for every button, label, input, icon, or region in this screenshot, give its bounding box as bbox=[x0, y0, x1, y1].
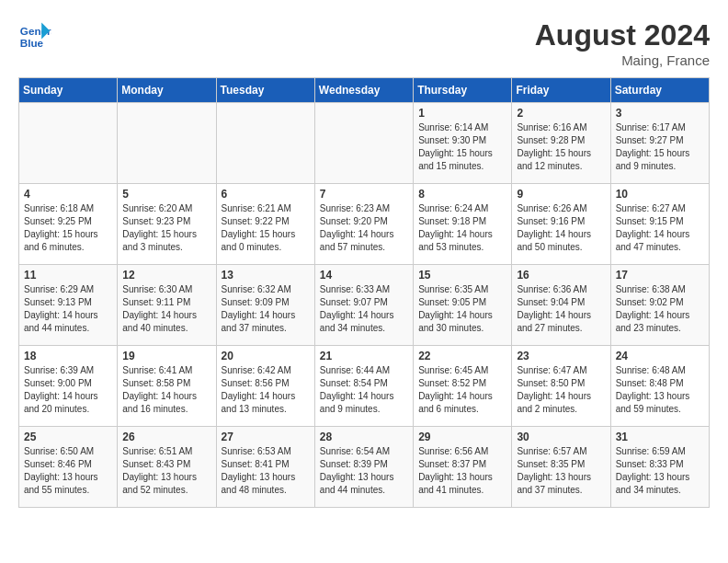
day-info: Sunrise: 6:16 AMSunset: 9:28 PMDaylight:… bbox=[517, 121, 605, 173]
day-number: 30 bbox=[517, 431, 605, 443]
day-number: 25 bbox=[24, 431, 112, 443]
day-info: Sunrise: 6:53 AMSunset: 8:41 PMDaylight:… bbox=[222, 445, 310, 497]
day-number: 20 bbox=[222, 350, 310, 362]
page-header: General Blue August 2024 Maing, France bbox=[18, 18, 710, 68]
calendar-cell: 25Sunrise: 6:50 AMSunset: 8:46 PMDayligh… bbox=[19, 427, 118, 508]
day-info: Sunrise: 6:20 AMSunset: 9:23 PMDaylight:… bbox=[122, 202, 210, 254]
day-info: Sunrise: 6:24 AMSunset: 9:18 PMDaylight:… bbox=[418, 202, 506, 254]
weekday-header-thursday: Thursday bbox=[414, 78, 512, 103]
logo-icon: General Blue bbox=[18, 18, 51, 52]
day-number: 11 bbox=[24, 269, 112, 282]
day-info: Sunrise: 6:29 AMSunset: 9:13 PMDaylight:… bbox=[24, 283, 112, 335]
day-number: 26 bbox=[122, 431, 210, 443]
day-number: 7 bbox=[320, 188, 408, 201]
day-info: Sunrise: 6:23 AMSunset: 9:20 PMDaylight:… bbox=[320, 202, 408, 254]
calendar-cell: 10Sunrise: 6:27 AMSunset: 9:15 PMDayligh… bbox=[610, 184, 709, 265]
calendar-cell bbox=[216, 103, 314, 184]
calendar-cell: 30Sunrise: 6:57 AMSunset: 8:35 PMDayligh… bbox=[512, 427, 610, 508]
calendar-cell: 26Sunrise: 6:51 AMSunset: 8:43 PMDayligh… bbox=[118, 427, 216, 508]
calendar-cell: 5Sunrise: 6:20 AMSunset: 9:23 PMDaylight… bbox=[118, 184, 216, 265]
day-info: Sunrise: 6:51 AMSunset: 8:43 PMDaylight:… bbox=[122, 445, 210, 497]
calendar-cell bbox=[314, 103, 413, 184]
day-number: 5 bbox=[122, 188, 210, 201]
day-number: 4 bbox=[24, 188, 112, 201]
day-info: Sunrise: 6:18 AMSunset: 9:25 PMDaylight:… bbox=[24, 202, 112, 254]
weekday-header-sunday: Sunday bbox=[19, 78, 118, 103]
calendar-cell: 23Sunrise: 6:47 AMSunset: 8:50 PMDayligh… bbox=[512, 346, 610, 427]
calendar-cell: 17Sunrise: 6:38 AMSunset: 9:02 PMDayligh… bbox=[610, 265, 709, 346]
day-number: 31 bbox=[616, 431, 704, 443]
day-number: 2 bbox=[517, 107, 605, 120]
calendar-cell: 31Sunrise: 6:59 AMSunset: 8:33 PMDayligh… bbox=[610, 427, 709, 508]
day-number: 19 bbox=[122, 350, 210, 362]
day-info: Sunrise: 6:57 AMSunset: 8:35 PMDaylight:… bbox=[517, 445, 605, 497]
day-info: Sunrise: 6:14 AMSunset: 9:30 PMDaylight:… bbox=[418, 121, 506, 173]
calendar-cell: 15Sunrise: 6:35 AMSunset: 9:05 PMDayligh… bbox=[414, 265, 512, 346]
day-number: 9 bbox=[517, 188, 605, 201]
day-info: Sunrise: 6:48 AMSunset: 8:48 PMDaylight:… bbox=[616, 364, 704, 416]
calendar-cell: 11Sunrise: 6:29 AMSunset: 9:13 PMDayligh… bbox=[19, 265, 118, 346]
day-number: 22 bbox=[418, 350, 506, 362]
calendar-cell: 3Sunrise: 6:17 AMSunset: 9:27 PMDaylight… bbox=[610, 103, 709, 184]
weekday-header-tuesday: Tuesday bbox=[216, 78, 314, 103]
svg-text:Blue: Blue bbox=[20, 37, 44, 49]
calendar-cell: 6Sunrise: 6:21 AMSunset: 9:22 PMDaylight… bbox=[216, 184, 314, 265]
day-number: 23 bbox=[517, 350, 605, 362]
day-number: 10 bbox=[616, 188, 704, 201]
calendar-cell: 28Sunrise: 6:54 AMSunset: 8:39 PMDayligh… bbox=[314, 427, 413, 508]
calendar-cell: 16Sunrise: 6:36 AMSunset: 9:04 PMDayligh… bbox=[512, 265, 610, 346]
day-info: Sunrise: 6:38 AMSunset: 9:02 PMDaylight:… bbox=[616, 283, 704, 335]
day-info: Sunrise: 6:35 AMSunset: 9:05 PMDaylight:… bbox=[418, 283, 506, 335]
day-number: 18 bbox=[24, 350, 112, 362]
weekday-header-monday: Monday bbox=[118, 78, 216, 103]
day-info: Sunrise: 6:32 AMSunset: 9:09 PMDaylight:… bbox=[222, 283, 310, 335]
day-info: Sunrise: 6:30 AMSunset: 9:11 PMDaylight:… bbox=[122, 283, 210, 335]
calendar-cell: 18Sunrise: 6:39 AMSunset: 9:00 PMDayligh… bbox=[19, 346, 118, 427]
location: Maing, France bbox=[535, 52, 710, 68]
day-number: 14 bbox=[320, 269, 408, 282]
day-info: Sunrise: 6:47 AMSunset: 8:50 PMDaylight:… bbox=[517, 364, 605, 416]
day-info: Sunrise: 6:27 AMSunset: 9:15 PMDaylight:… bbox=[616, 202, 704, 254]
day-number: 28 bbox=[320, 431, 408, 443]
day-number: 27 bbox=[222, 431, 310, 443]
calendar-cell: 13Sunrise: 6:32 AMSunset: 9:09 PMDayligh… bbox=[216, 265, 314, 346]
day-number: 17 bbox=[616, 269, 704, 282]
day-number: 8 bbox=[418, 188, 506, 201]
day-number: 16 bbox=[517, 269, 605, 282]
day-info: Sunrise: 6:42 AMSunset: 8:56 PMDaylight:… bbox=[222, 364, 310, 416]
day-info: Sunrise: 6:44 AMSunset: 8:54 PMDaylight:… bbox=[320, 364, 408, 416]
month-year: August 2024 bbox=[535, 18, 710, 52]
calendar-cell: 20Sunrise: 6:42 AMSunset: 8:56 PMDayligh… bbox=[216, 346, 314, 427]
calendar-cell: 14Sunrise: 6:33 AMSunset: 9:07 PMDayligh… bbox=[314, 265, 413, 346]
calendar-cell: 1Sunrise: 6:14 AMSunset: 9:30 PMDaylight… bbox=[414, 103, 512, 184]
day-info: Sunrise: 6:45 AMSunset: 8:52 PMDaylight:… bbox=[418, 364, 506, 416]
day-info: Sunrise: 6:59 AMSunset: 8:33 PMDaylight:… bbox=[616, 445, 704, 497]
calendar-table: SundayMondayTuesdayWednesdayThursdayFrid… bbox=[18, 77, 710, 508]
day-number: 29 bbox=[418, 431, 506, 443]
day-info: Sunrise: 6:39 AMSunset: 9:00 PMDaylight:… bbox=[24, 364, 112, 416]
day-info: Sunrise: 6:41 AMSunset: 8:58 PMDaylight:… bbox=[122, 364, 210, 416]
calendar-cell: 7Sunrise: 6:23 AMSunset: 9:20 PMDaylight… bbox=[314, 184, 413, 265]
calendar-cell: 19Sunrise: 6:41 AMSunset: 8:58 PMDayligh… bbox=[118, 346, 216, 427]
day-number: 24 bbox=[616, 350, 704, 362]
calendar-cell: 22Sunrise: 6:45 AMSunset: 8:52 PMDayligh… bbox=[414, 346, 512, 427]
calendar-cell: 2Sunrise: 6:16 AMSunset: 9:28 PMDaylight… bbox=[512, 103, 610, 184]
calendar-cell: 29Sunrise: 6:56 AMSunset: 8:37 PMDayligh… bbox=[414, 427, 512, 508]
weekday-header-wednesday: Wednesday bbox=[314, 78, 413, 103]
day-number: 21 bbox=[320, 350, 408, 362]
calendar-cell: 9Sunrise: 6:26 AMSunset: 9:16 PMDaylight… bbox=[512, 184, 610, 265]
day-info: Sunrise: 6:26 AMSunset: 9:16 PMDaylight:… bbox=[517, 202, 605, 254]
calendar-cell bbox=[118, 103, 216, 184]
logo: General Blue bbox=[18, 18, 51, 52]
day-info: Sunrise: 6:36 AMSunset: 9:04 PMDaylight:… bbox=[517, 283, 605, 335]
title-block: August 2024 Maing, France bbox=[535, 18, 710, 68]
day-number: 3 bbox=[616, 107, 704, 120]
day-number: 15 bbox=[418, 269, 506, 282]
day-number: 6 bbox=[222, 188, 310, 201]
calendar-cell: 8Sunrise: 6:24 AMSunset: 9:18 PMDaylight… bbox=[414, 184, 512, 265]
calendar-cell: 12Sunrise: 6:30 AMSunset: 9:11 PMDayligh… bbox=[118, 265, 216, 346]
calendar-cell bbox=[19, 103, 118, 184]
day-info: Sunrise: 6:21 AMSunset: 9:22 PMDaylight:… bbox=[222, 202, 310, 254]
day-number: 13 bbox=[222, 269, 310, 282]
calendar-cell: 21Sunrise: 6:44 AMSunset: 8:54 PMDayligh… bbox=[314, 346, 413, 427]
